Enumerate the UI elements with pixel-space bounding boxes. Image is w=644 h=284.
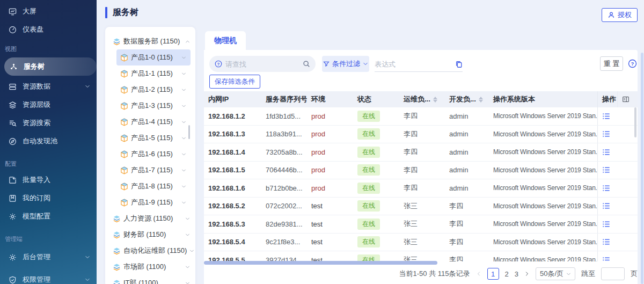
list-actions-icon[interactable]: [602, 220, 610, 228]
tree-node-product[interactable]: 产品1-9 (115): [116, 194, 191, 210]
cell-actions[interactable]: [597, 251, 617, 261]
copy-icon[interactable]: [455, 61, 463, 68]
table-row[interactable]: 192.168.1.2 1fd3b1d5... prod 在线 李四 admin…: [204, 107, 638, 126]
sidebar-item-permission-admin[interactable]: 权限管理: [0, 271, 97, 284]
cell-dev-owner: 李四: [445, 251, 489, 261]
condition-filter-button[interactable]: 条件过滤: [322, 56, 369, 72]
tree-node-product[interactable]: 产品1-1 (115): [116, 65, 191, 82]
sidebar-item-subscriptions[interactable]: 我的订阅: [0, 189, 97, 207]
tree-node-product[interactable]: 产品1-0 (115): [116, 49, 191, 65]
tree-node-product[interactable]: 产品1-4 (115): [116, 114, 191, 130]
horizontal-scrollbar-thumb[interactable]: [204, 261, 437, 265]
cell-actions[interactable]: [597, 126, 617, 143]
table-row[interactable]: 192.168.5.4 9c21f8e3... test 在线 张三 李四 Mi…: [204, 234, 638, 252]
sidebar-item-batch-import[interactable]: 批量导入: [0, 171, 97, 189]
col-header-dev-owner[interactable]: 开发负...: [445, 91, 489, 107]
tree-node-dept[interactable]: 数据服务部 (1150): [105, 33, 195, 49]
sidebar-item-resource-search[interactable]: 资源搜索: [0, 114, 97, 132]
tree-node-product[interactable]: 产品1-5 (115): [116, 130, 191, 146]
col-header-ops-owner[interactable]: 运维负...: [399, 91, 445, 107]
page-number-3[interactable]: 3: [515, 270, 518, 278]
chevron-down-icon[interactable]: [189, 249, 194, 253]
tree-node-product[interactable]: 产品1-6 (115): [116, 146, 191, 162]
page-scrollbar-thumb[interactable]: [641, 53, 643, 284]
tree-node-dept[interactable]: 人力资源 (1150): [105, 210, 195, 227]
page-size-select[interactable]: 50条/页: [536, 267, 575, 280]
table-row[interactable]: 192.168.5.2 072c2002... test 在线 张三 李四 Mi…: [204, 198, 638, 216]
jump-to-input[interactable]: [601, 267, 625, 280]
list-actions-icon[interactable]: [602, 184, 610, 192]
sidebar-item-dashboard[interactable]: 仪表盘: [0, 20, 97, 39]
list-actions-icon[interactable]: [602, 238, 610, 246]
sidebar-item-resource-data[interactable]: 资源数据: [0, 77, 97, 96]
list-actions-icon[interactable]: [602, 148, 610, 156]
sidebar-item-service-tree[interactable]: 服务树: [4, 57, 97, 76]
tab-physical-machine[interactable]: 物理机: [205, 31, 246, 50]
chevron-down-icon[interactable]: [181, 88, 186, 92]
tree-node-dept[interactable]: IT部 (1100): [105, 275, 195, 284]
search-icon[interactable]: [303, 60, 310, 68]
tree-node-product[interactable]: 产品1-2 (115): [116, 82, 191, 98]
tree-node-dept[interactable]: 财务部 (1150): [105, 227, 195, 243]
tree-node-product[interactable]: 产品1-7 (115): [116, 162, 191, 178]
chevron-up-icon[interactable]: [185, 39, 190, 44]
list-actions-icon[interactable]: [602, 256, 610, 261]
tree-node-product[interactable]: 产品1-8 (115): [116, 178, 191, 194]
cell-actions[interactable]: [597, 215, 617, 233]
chevron-down-icon[interactable]: [185, 216, 190, 221]
chevron-down-icon[interactable]: [181, 184, 186, 189]
tree-node-dept[interactable]: 市场部 (1100): [105, 259, 195, 275]
table-row[interactable]: 192.168.1.4 73205a8b... prod 在线 李四 admin…: [204, 143, 638, 162]
table-row[interactable]: 192.168.1.6 b712b0be... prod 在线 李四 admin…: [204, 179, 638, 198]
tree-scrollbar-thumb[interactable]: [188, 125, 190, 139]
cell-actions[interactable]: [597, 162, 617, 179]
list-actions-icon[interactable]: [602, 202, 610, 210]
cell-actions[interactable]: [597, 179, 617, 197]
table-scrollbar-thumb[interactable]: [634, 107, 636, 137]
chevron-down-icon[interactable]: [181, 71, 186, 76]
expression-input[interactable]: [375, 60, 455, 68]
chevron-down-icon[interactable]: [181, 120, 186, 125]
table-row[interactable]: 192.168.5.5 3927d134... test 在线 张三 李四 Mi…: [204, 251, 638, 261]
table-row[interactable]: 192.168.1.3 118a3b91... prod 在线 李四 admin…: [204, 126, 638, 144]
col-header-settings[interactable]: [617, 91, 638, 107]
list-actions-icon[interactable]: [602, 112, 610, 120]
chevron-down-icon[interactable]: [185, 281, 190, 284]
sidebar-item-model-config[interactable]: 模型配置: [0, 207, 97, 225]
list-actions-icon[interactable]: [602, 130, 610, 138]
chevron-down-icon[interactable]: [181, 104, 186, 108]
cell-actions[interactable]: [597, 107, 617, 125]
next-page-icon[interactable]: [524, 271, 530, 276]
list-actions-icon[interactable]: [602, 166, 610, 174]
authorize-button[interactable]: 授权: [602, 8, 638, 22]
sort-icon[interactable]: [433, 97, 437, 103]
chevron-down-icon[interactable]: [181, 200, 186, 205]
chevron-down-icon[interactable]: [181, 136, 186, 141]
chevron-down-icon[interactable]: [181, 168, 186, 173]
reset-button[interactable]: 重 置: [600, 56, 623, 71]
column-settings-icon[interactable]: [622, 96, 630, 103]
chevron-down-icon[interactable]: [181, 152, 186, 157]
cell-actions[interactable]: [597, 143, 617, 161]
table-row[interactable]: 192.168.5.3 82de9381... test 在线 张三 李四 Mi…: [204, 215, 638, 234]
tree-node-product[interactable]: 产品1-3 (115): [116, 98, 191, 114]
sidebar-item-bigscreen[interactable]: 大屏: [0, 2, 97, 20]
prev-page-icon[interactable]: [476, 271, 481, 276]
sidebar-item-resource-level[interactable]: 资源层级: [0, 96, 97, 114]
chevron-down-icon[interactable]: [181, 55, 186, 60]
sidebar-item-backend-admin[interactable]: 后台管理: [0, 248, 97, 266]
chevron-down-icon[interactable]: [185, 232, 190, 237]
sidebar-item-auto-discovery[interactable]: 自动发现池: [0, 132, 97, 150]
cell-actions[interactable]: [597, 234, 617, 251]
table-row[interactable]: 192.168.1.5 7064446b... prod 在线 李四 admin…: [204, 162, 638, 180]
page-number-1[interactable]: 1: [487, 268, 499, 280]
tree-node-dept[interactable]: 自动化运维部 (1150): [105, 243, 195, 259]
sort-icon[interactable]: [479, 97, 483, 103]
search-input[interactable]: [225, 60, 299, 68]
help-circle-icon[interactable]: [628, 59, 637, 68]
cell-serial: b712b0be...: [261, 179, 307, 197]
cell-actions[interactable]: [597, 198, 617, 215]
chevron-down-icon[interactable]: [185, 265, 190, 270]
page-number-2[interactable]: 2: [505, 270, 509, 278]
save-filter-button[interactable]: 保存筛选条件: [209, 75, 260, 89]
